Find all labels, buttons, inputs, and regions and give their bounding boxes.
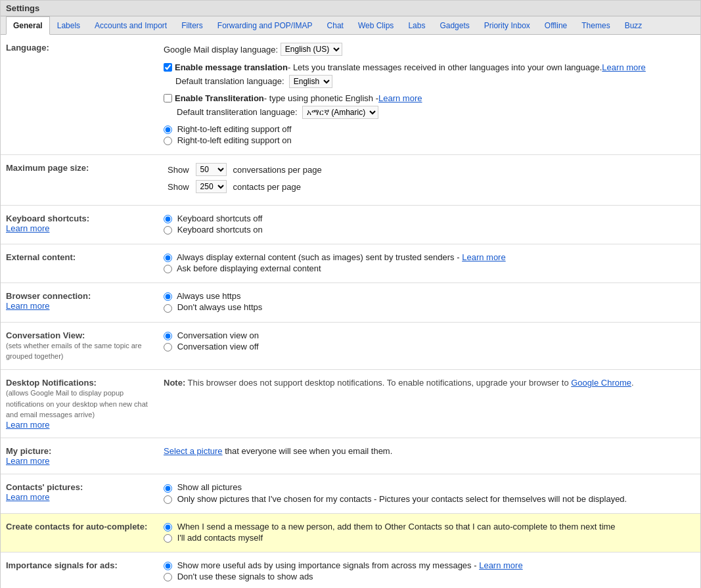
contacts-pictures-control: Show all pictures Only show pictures tha… [164,482,695,505]
importance-signals-row: Importance signals for ads: Show more us… [1,553,700,588]
no-https-label[interactable]: Don't always use https [164,302,695,312]
transliteration-block: Enable Transliteration - type using phon… [164,93,695,119]
desktop-notifications-learn-more[interactable]: Learn more [6,420,49,430]
desktop-notifications-label: Desktop Notifications: (allows Google Ma… [6,378,164,430]
contacts-pictures-row: Contacts' pictures: Learn more Show all … [1,474,700,513]
default-transliteration-select[interactable]: አማርኛ (Amharic) [302,106,378,119]
my-picture-row: My picture: Learn more Select a picture … [1,438,700,474]
tab-accounts-import[interactable]: Accounts and Import [87,16,174,35]
max-page-size-control: Show 25 50 100 conversations per page Sh… [164,163,695,197]
manual-contacts-radio[interactable] [164,534,172,543]
auto-complete-label: Create contacts for auto-complete: [6,522,164,531]
always-display-label[interactable]: Always display external content (such as… [164,252,695,262]
auto-add-contacts-label[interactable]: When I send a message to a new person, a… [164,522,695,531]
enable-transliteration-checkbox[interactable] [164,94,172,102]
keyboard-off-label[interactable]: Keyboard shortcuts off [164,214,695,223]
external-content-control: Always display external content (such as… [164,252,695,275]
show-all-pictures-radio[interactable] [164,484,172,493]
keyboard-shortcuts-control: Keyboard shortcuts off Keyboard shortcut… [164,214,695,236]
tab-labs[interactable]: Labs [401,16,432,35]
tab-forwarding-pop[interactable]: Forwarding and POP/IMAP [210,16,320,35]
dont-use-signals-radio[interactable] [164,573,172,581]
select-picture-link[interactable]: Select a picture [164,446,223,456]
always-display-radio[interactable] [164,254,172,262]
enable-translation-desc: - Lets you translate messages received i… [288,62,602,72]
default-translation-select[interactable]: English [289,75,332,88]
language-row: Language: Google Mail display language: … [1,35,700,155]
conversation-on-label[interactable]: Conversation view on [164,330,695,340]
window-title: Settings [6,3,39,13]
transliteration-learn-more-link[interactable]: Learn more [378,93,422,103]
browser-connection-learn-more[interactable]: Learn more [6,301,49,311]
manual-contacts-label[interactable]: I'll add contacts myself [164,533,695,543]
importance-signals-control: Show more useful ads by using importance… [164,560,695,583]
display-lang-select[interactable]: English (US) [281,43,342,56]
external-content-learn-more[interactable]: Learn more [462,252,505,262]
desktop-notifications-control: Note: This browser does not support desk… [164,378,695,388]
tab-buzz[interactable]: Buzz [618,16,650,35]
conversation-off-radio[interactable] [164,343,172,351]
browser-connection-row: Browser connection: Learn more Always us… [1,283,700,322]
rtl-off-radio[interactable] [164,125,172,134]
tab-offline[interactable]: Offline [537,16,574,35]
google-chrome-link[interactable]: Google Chrome [571,378,631,388]
importance-signals-learn-more[interactable]: Learn more [479,560,522,570]
show-signals-label[interactable]: Show more useful ads by using importance… [164,560,695,570]
tab-labels[interactable]: Labels [50,16,87,35]
always-https-radio[interactable] [164,292,172,301]
contacts-per-page-select[interactable]: 25 50 100 250 [196,180,227,193]
only-chosen-pictures-radio[interactable] [164,495,172,504]
conversation-off-label[interactable]: Conversation view off [164,342,695,351]
keyboard-shortcuts-learn-more[interactable]: Learn more [6,223,49,233]
contacts-page-size-row: Show 25 50 100 250 contacts per page [164,180,695,193]
external-content-label: External content: [6,252,164,262]
auto-add-contacts-radio[interactable] [164,523,172,531]
tab-gadgets[interactable]: Gadgets [432,16,476,35]
desktop-note-text: Note: This browser does not support desk… [164,378,634,388]
enable-transliteration-desc: - type using phonetic English - [264,93,378,103]
tab-general[interactable]: General [6,16,50,35]
display-lang-label: Google Mail display language: [164,45,278,55]
ask-before-display-label[interactable]: Ask before displaying external content [164,263,695,273]
rtl-on-radio[interactable] [164,137,172,145]
tab-filters[interactable]: Filters [174,16,210,35]
conversation-on-radio[interactable] [164,332,172,340]
settings-window: Settings General Labels Accounts and Imp… [0,0,701,588]
no-https-radio[interactable] [164,304,172,313]
keyboard-on-radio[interactable] [164,226,172,235]
auto-complete-row: Create contacts for auto-complete: When … [1,514,700,553]
default-transliteration-label: Default transliteration language: [177,107,298,117]
max-page-size-row: Maximum page size: Show 25 50 100 conver… [1,155,700,206]
keyboard-on-label[interactable]: Keyboard shortcuts on [164,225,695,235]
enable-translation-checkbox[interactable] [164,63,172,72]
external-content-row: External content: Always display externa… [1,244,700,283]
display-lang-row: Google Mail display language: English (U… [164,43,695,56]
max-page-size-label: Maximum page size: [6,163,164,173]
keyboard-shortcuts-row: Keyboard shortcuts: Learn more Keyboard … [1,206,700,244]
contacts-pictures-learn-more[interactable]: Learn more [6,492,49,502]
enable-translation-label: Enable message translation [175,62,288,72]
enable-transliteration-label: Enable Transliteration [175,93,264,103]
my-picture-desc: that everyone will see when you email th… [225,446,392,456]
conversations-per-page-select[interactable]: 25 50 100 [196,163,227,176]
keyboard-off-radio[interactable] [164,215,172,223]
conversation-view-row: Conversation View: (sets whether emails … [1,323,700,371]
settings-content: Language: Google Mail display language: … [1,35,700,588]
only-chosen-pictures-label[interactable]: Only show pictures that I've chosen for … [164,494,695,504]
tab-web-clips[interactable]: Web Clips [351,16,401,35]
my-picture-control: Select a picture that everyone will see … [164,446,695,456]
default-translation-label: Default translation language: [175,76,284,86]
rtl-off-label[interactable]: Right-to-left editing support off [164,124,695,134]
my-picture-learn-more[interactable]: Learn more [6,456,49,466]
dont-use-signals-label[interactable]: Don't use these signals to show ads [164,572,695,581]
tab-chat[interactable]: Chat [320,16,351,35]
show-signals-radio[interactable] [164,562,172,570]
show-all-pictures-label[interactable]: Show all pictures [164,482,695,492]
tab-priority-inbox[interactable]: Priority Inbox [477,16,537,35]
always-https-label[interactable]: Always use https [164,291,695,301]
rtl-on-label[interactable]: Right-to-left editing support on [164,135,695,145]
my-picture-label: My picture: Learn more [6,446,164,466]
tab-themes[interactable]: Themes [574,16,617,35]
ask-before-display-radio[interactable] [164,265,172,273]
translation-learn-more-link[interactable]: Learn more [602,62,645,72]
